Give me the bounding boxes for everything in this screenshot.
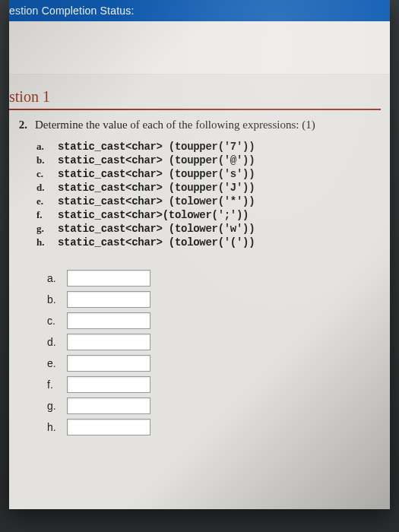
- expression-label: a.: [36, 141, 47, 153]
- question-prompt: Determine the value of each of the follo…: [35, 118, 315, 133]
- answer-input-g[interactable]: [67, 397, 150, 414]
- answer-row: e.: [47, 355, 375, 372]
- page-surface: estion Completion Status: stion 1 2. Det…: [9, 0, 390, 509]
- expression-item: c. static_cast<char> (toupper('s')): [36, 168, 375, 180]
- answer-input-a[interactable]: [67, 270, 150, 287]
- expression-item: d. static_cast<char> (toupper('J')): [36, 182, 375, 194]
- answer-label: h.: [47, 421, 61, 433]
- header-gap: [9, 21, 390, 74]
- answer-label: c.: [47, 315, 61, 327]
- expression-item: a. static_cast<char> (toupper('7')): [36, 141, 375, 153]
- answer-row: d.: [47, 334, 375, 350]
- answer-grid: a. b. c. d. e.: [47, 270, 375, 435]
- screen-wrapper: estion Completion Status: stion 1 2. Det…: [0, 0, 399, 532]
- question-number: 2.: [17, 119, 27, 131]
- completion-status-label: estion Completion Status:: [9, 5, 135, 17]
- expression-code: static_cast<char> (tolower('w')): [58, 223, 255, 235]
- expression-code: static_cast<char> (tolower('(')): [58, 236, 255, 249]
- answer-label: b.: [47, 293, 61, 306]
- answer-row: f.: [47, 376, 375, 393]
- answer-input-b[interactable]: [67, 291, 150, 308]
- expression-label: f.: [36, 209, 47, 221]
- expression-code: static_cast<char> (tolower('*')): [58, 195, 255, 207]
- expression-item: g. static_cast<char> (tolower('w')): [36, 223, 375, 235]
- expression-item: f. static_cast<char>(tolower(';')): [36, 209, 375, 221]
- expression-code: static_cast<char> (toupper('J')): [58, 182, 255, 194]
- answer-input-d[interactable]: [67, 334, 150, 350]
- answer-row: c.: [47, 312, 375, 329]
- expression-label: c.: [36, 168, 47, 180]
- answer-label: f.: [47, 378, 61, 391]
- expression-label: e.: [36, 195, 47, 207]
- expression-label: g.: [36, 223, 47, 235]
- expression-item: b. static_cast<char> (toupper('@')): [36, 154, 375, 166]
- expression-code: static_cast<char>(tolower(';')): [58, 209, 249, 221]
- answer-label: d.: [47, 336, 61, 348]
- expression-label: b.: [36, 154, 47, 166]
- question-row: 2. Determine the value of each of the fo…: [17, 118, 375, 133]
- expression-code: static_cast<char> (toupper('7')): [58, 141, 255, 153]
- expression-item: h. static_cast<char> (tolower('(')): [36, 236, 375, 249]
- expression-list: a. static_cast<char> (toupper('7')) b. s…: [36, 141, 375, 249]
- answer-label: g.: [47, 400, 61, 412]
- answer-input-f[interactable]: [67, 376, 150, 393]
- completion-status-bar: estion Completion Status:: [9, 0, 390, 21]
- answer-row: a.: [47, 270, 375, 287]
- answer-row: g.: [47, 397, 375, 414]
- question-content: 2. Determine the value of each of the fo…: [9, 118, 390, 435]
- answer-label: a.: [47, 272, 61, 284]
- answer-row: h.: [47, 419, 375, 435]
- answer-input-c[interactable]: [67, 312, 150, 329]
- expression-code: static_cast<char> (toupper('s')): [58, 168, 255, 180]
- expression-item: e. static_cast<char> (tolower('*')): [36, 195, 375, 207]
- answer-input-h[interactable]: [67, 419, 150, 435]
- expression-code: static_cast<char> (toupper('@')): [58, 154, 255, 166]
- expression-label: d.: [36, 182, 47, 194]
- section-title: stion 1: [9, 74, 381, 110]
- answer-label: e.: [47, 357, 61, 369]
- expression-label: h.: [36, 236, 47, 249]
- answer-input-e[interactable]: [67, 355, 150, 372]
- answer-row: b.: [47, 291, 375, 308]
